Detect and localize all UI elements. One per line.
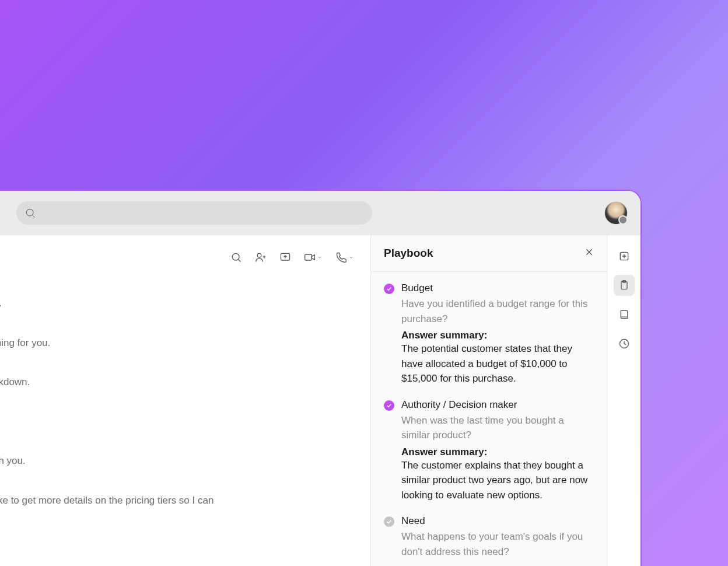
content-row: es bbox=[0, 235, 640, 566]
search-button[interactable] bbox=[230, 251, 242, 263]
playbook-summary-label: Answer summary: bbox=[401, 446, 594, 458]
playbook-item: Need What happens to your team's goals i… bbox=[384, 515, 594, 562]
search-icon bbox=[24, 207, 36, 219]
close-icon bbox=[584, 247, 594, 257]
playbook-content: Authority / Decision maker When was the … bbox=[401, 399, 594, 503]
playbook-header: Playbook bbox=[371, 235, 607, 272]
message-text: d a full comparison breakdown. bbox=[0, 375, 356, 390]
playbook-item-title: Authority / Decision maker bbox=[401, 399, 594, 411]
check-badge bbox=[384, 284, 394, 294]
playbook-item-title: Budget bbox=[401, 282, 594, 294]
message-text: ually hop on a call? I'd like to get mor… bbox=[0, 493, 356, 523]
share-screen-button[interactable] bbox=[279, 251, 291, 263]
playbook-body: Budget Have you identified a budget rang… bbox=[371, 272, 607, 566]
rail-sparkle-button[interactable] bbox=[614, 246, 635, 267]
playbook-panel: Playbook Budget Have you identified a bu… bbox=[370, 235, 607, 566]
svg-marker-10 bbox=[312, 255, 314, 260]
avatar[interactable] bbox=[604, 201, 628, 225]
chevron-down-icon bbox=[317, 254, 323, 260]
playbook-question: When was the last time you bought a simi… bbox=[401, 413, 594, 443]
message: l email shortly. bbox=[0, 400, 356, 429]
playbook-item-title: Need bbox=[401, 515, 594, 527]
playbook-content: Budget Have you identified a budget rang… bbox=[401, 282, 594, 386]
message-author: es bbox=[0, 479, 356, 491]
svg-line-4 bbox=[239, 260, 241, 262]
message: es d a full comparison breakdown. bbox=[0, 361, 356, 390]
playbook-item: Authority / Decision maker When was the … bbox=[384, 399, 594, 503]
playbook-title: Playbook bbox=[384, 247, 433, 260]
close-button[interactable] bbox=[584, 247, 594, 259]
message-author: l bbox=[0, 400, 356, 412]
message: es xcited to get this moving. bbox=[0, 282, 356, 311]
right-rail bbox=[607, 235, 640, 566]
message-author: l bbox=[0, 439, 356, 451]
message: l t me package up everything for you. bbox=[0, 322, 356, 351]
playbook-question: Have you identified a budget range for t… bbox=[401, 296, 594, 326]
check-badge bbox=[384, 400, 394, 411]
message-text: email shortly. bbox=[0, 414, 356, 429]
clock-icon bbox=[618, 338, 630, 350]
svg-point-0 bbox=[26, 209, 33, 216]
svg-point-5 bbox=[257, 253, 261, 257]
app-window: es bbox=[0, 190, 642, 566]
message: l e all set. Just shared with you. bbox=[0, 439, 356, 469]
check-icon bbox=[386, 286, 392, 292]
video-icon bbox=[304, 251, 316, 263]
playbook-summary: The customer explains that they bought a… bbox=[401, 458, 594, 503]
share-screen-icon bbox=[279, 251, 291, 263]
message-author: es bbox=[0, 282, 356, 294]
message-author: es bbox=[0, 361, 356, 372]
chat-area: es bbox=[0, 235, 370, 566]
clipboard-icon bbox=[618, 279, 630, 291]
video-button[interactable] bbox=[304, 251, 323, 263]
add-person-button[interactable] bbox=[255, 251, 267, 263]
message-text: t me package up everything for you. bbox=[0, 336, 356, 351]
check-badge bbox=[384, 516, 394, 527]
phone-button[interactable] bbox=[335, 251, 354, 263]
message-text: xcited to get this moving. bbox=[0, 296, 356, 311]
phone-icon bbox=[335, 251, 347, 263]
message: l bbox=[0, 533, 356, 545]
topbar bbox=[0, 191, 640, 235]
chat-actions bbox=[230, 251, 356, 263]
playbook-summary: The potential customer states that they … bbox=[401, 341, 594, 386]
playbook-item: Budget Have you identified a budget rang… bbox=[384, 282, 594, 386]
playbook-content: Need What happens to your team's goals i… bbox=[401, 515, 594, 562]
chat-header: es bbox=[0, 246, 356, 269]
rail-playbook-button[interactable] bbox=[614, 275, 635, 296]
message: es ually hop on a call? I'd like to get … bbox=[0, 479, 356, 523]
sparkle-icon bbox=[618, 250, 630, 262]
check-icon bbox=[386, 403, 392, 408]
svg-rect-9 bbox=[305, 254, 312, 260]
message-author: l bbox=[0, 322, 356, 333]
add-person-icon bbox=[255, 251, 267, 263]
rail-book-button[interactable] bbox=[614, 304, 635, 325]
playbook-question: What happens to your team's goals if you… bbox=[401, 529, 594, 559]
rail-history-button[interactable] bbox=[614, 333, 635, 354]
svg-line-1 bbox=[33, 215, 35, 217]
chevron-down-icon bbox=[348, 254, 354, 260]
message-text: e all set. Just shared with you. bbox=[0, 453, 356, 469]
search-input[interactable] bbox=[16, 201, 372, 225]
playbook-summary-label: Answer summary: bbox=[401, 330, 594, 341]
check-icon bbox=[386, 519, 392, 525]
book-icon bbox=[618, 309, 630, 320]
svg-point-3 bbox=[232, 253, 239, 260]
message-author: l bbox=[0, 533, 356, 545]
search-icon bbox=[230, 251, 242, 263]
